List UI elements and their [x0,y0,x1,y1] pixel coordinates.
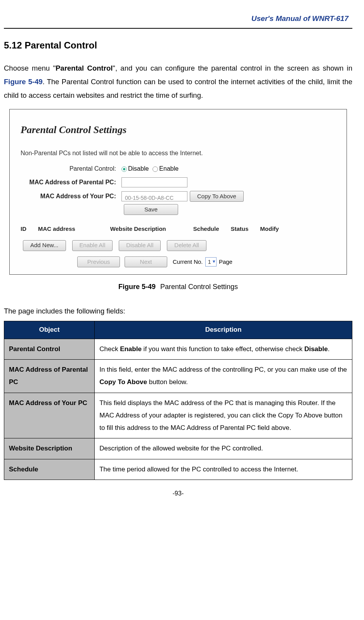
copy-to-above-button[interactable]: Copy To Above [190,191,244,202]
col-mac: MAC address [38,223,75,235]
obj-cell: MAC Address of Your PC [4,393,95,438]
action-bar: Add New... Enable All Disable All Delete… [21,240,340,251]
intro-pre: Choose menu " [4,64,55,72]
list-header: ID MAC address Website Description Sched… [21,223,340,235]
add-new-button[interactable]: Add New... [23,240,66,251]
t0-b1: Enable [120,345,142,353]
figure-title: Parental Control Settings [21,120,340,139]
figure-caption: Figure 5-49Parental Control Settings [4,280,352,293]
t0-pre: Check [99,345,120,353]
label-mac-parental: MAC Address of Parental PC: [21,177,121,188]
description-table: Object Description Parental Control Chec… [4,321,352,480]
table-row: MAC Address of Your PC This field displa… [4,393,352,438]
intro-post: . The Parental Control function can be u… [4,78,352,99]
figure-caption-text: Parental Control Settings [160,283,238,291]
obj-cell: MAC Address of Parental PC [4,359,95,393]
th-object: Object [4,321,95,339]
t0-post: . [328,345,330,353]
chevron-down-icon: ▾ [213,257,215,267]
th-description: Description [95,321,352,339]
table-row: Website Description Description of the a… [4,438,352,459]
radio-disable[interactable]: Disable [121,163,149,175]
figure-reference[interactable]: Figure 5-49 [4,78,43,86]
desc-cell: In this field, enter the MAC address of … [95,359,352,393]
figure-caption-label: Figure 5-49 [118,283,156,291]
current-no-value: 1 [208,256,211,268]
obj-cell: Website Description [4,438,95,459]
next-button[interactable]: Next [125,256,167,267]
input-mac-parental[interactable] [121,177,187,187]
input-mac-your[interactable]: 00-15-58-0D-A8-CC [121,191,187,201]
table-row: MAC Address of Parental PC In this field… [4,359,352,393]
t0-mid: if you want this function to take effect… [142,345,304,353]
label-parental-control: Parental Control: [21,163,121,175]
save-button[interactable]: Save [124,204,178,215]
delete-all-button[interactable]: Delete All [167,240,206,251]
radio-enable[interactable]: Enable [153,163,179,175]
intro-paragraph: Choose menu "Parental Control", and you … [4,61,352,102]
radio-dot-empty-icon [153,166,158,172]
radio-enable-label: Enable [159,165,179,172]
enable-all-button[interactable]: Enable All [72,240,113,251]
radio-dot-selected-icon [121,166,127,172]
t1-b1: Copy To Above [99,378,147,386]
figure-note: Non-Parental PCs not listed will not be … [21,147,340,159]
disable-all-button[interactable]: Disable All [119,240,161,251]
current-no-select[interactable]: 1 ▾ [205,257,217,267]
col-status: Status [231,223,248,235]
t0-b2: Disable [304,345,328,353]
pagination-row: Previous Next Current No. 1 ▾ Page [21,256,340,268]
col-modify: Modify [260,223,279,235]
figure-frame: Parental Control Settings Non-Parental P… [9,109,347,275]
obj-cell: Schedule [4,459,95,480]
obj-cell: Parental Control [4,339,95,359]
desc-cell: The time period allowed for the PC contr… [95,459,352,480]
table-row: Parental Control Check Enable if you wan… [4,339,352,359]
col-schedule: Schedule [193,223,219,235]
label-mac-your: MAC Address of Your PC: [21,191,121,202]
col-id: ID [21,223,26,235]
radio-disable-label: Disable [128,165,149,172]
page-suffix: Page [219,256,232,268]
previous-button[interactable]: Previous [77,256,120,267]
current-no-label: Current No. [173,256,203,268]
intro-bold: Parental Control [55,64,113,72]
table-row: Schedule The time period allowed for the… [4,459,352,480]
header-rule [4,28,352,29]
desc-cell: Check Enable if you want this function t… [95,339,352,359]
section-title: 5.12 Parental Control [4,36,352,54]
t1-pre: In this field, enter the MAC address of … [99,366,347,373]
header-product: User's Manual of WNRT-617 [4,12,352,26]
desc-cell: Description of the allowed website for t… [95,438,352,459]
t1-post: button below. [147,378,188,386]
intro-mid: ", and you can configure the parental co… [113,64,352,72]
desc-cell: This field displays the MAC address of t… [95,393,352,438]
fields-intro: The page includes the following fields: [4,304,352,318]
radio-group-parental: Disable Enable [121,163,179,175]
col-website: Website Description [110,223,166,235]
page-number: -93- [4,488,352,499]
